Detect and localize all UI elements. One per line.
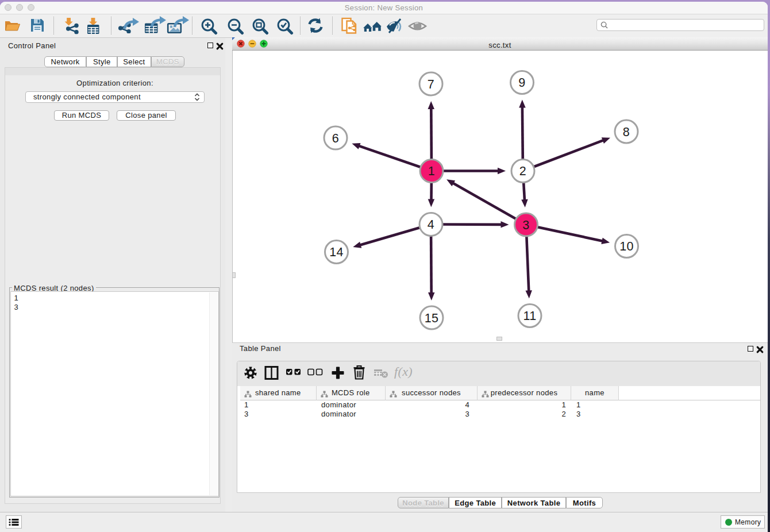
svg-text:2: 2 <box>519 164 526 178</box>
svg-text:7: 7 <box>428 78 434 91</box>
svg-text:11: 11 <box>523 309 536 323</box>
svg-text:14: 14 <box>329 245 344 259</box>
svg-text:8: 8 <box>623 125 630 139</box>
svg-text:4: 4 <box>428 218 434 232</box>
svg-text:15: 15 <box>425 311 439 325</box>
svg-text:1: 1 <box>428 164 435 178</box>
svg-text:9: 9 <box>518 76 525 90</box>
svg-text:10: 10 <box>619 240 634 253</box>
svg-text:3: 3 <box>522 218 529 232</box>
svg-text:6: 6 <box>332 132 339 145</box>
